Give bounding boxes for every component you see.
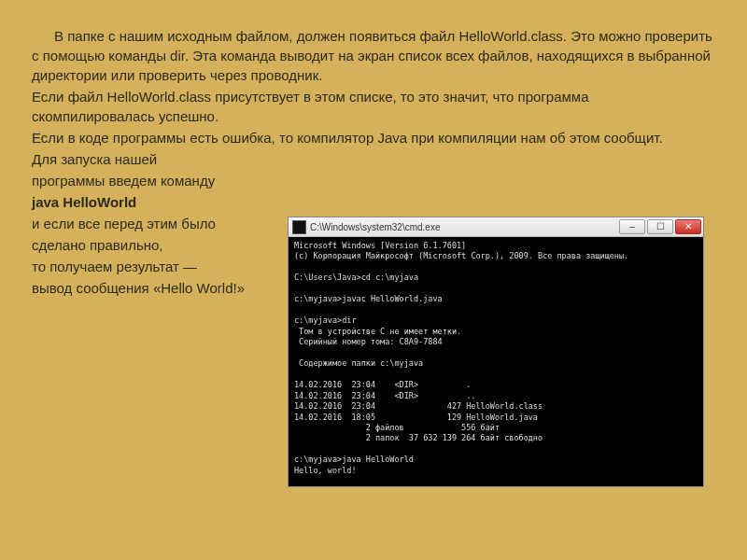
- p5d: вывод сообщения «Hello World!»: [32, 278, 284, 298]
- paragraph-2: Если файл HelloWorld.class присутствует …: [32, 87, 715, 126]
- cmd-title: C:\Windows\system32\cmd.exe: [310, 222, 617, 232]
- close-button[interactable]: ✕: [675, 219, 701, 234]
- minimize-button[interactable]: –: [619, 219, 645, 234]
- cmd-icon: [292, 220, 306, 234]
- paragraph-1: В папке с нашим исходным файлом, должен …: [32, 26, 715, 85]
- cmd-output: Microsoft Windows [Version 6.1.7601] (c)…: [294, 241, 628, 475]
- p5b: сделано правильно,: [32, 235, 284, 255]
- paragraph-3: Если в коде программы есть ошибка, то ко…: [32, 128, 715, 147]
- window-buttons: – ☐ ✕: [617, 219, 701, 234]
- cmd-body[interactable]: Microsoft Windows [Version 6.1.7601] (c)…: [289, 237, 703, 486]
- cmd-window: C:\Windows\system32\cmd.exe – ☐ ✕ Micros…: [288, 217, 704, 487]
- p5a: и если все перед этим было: [32, 214, 284, 233]
- maximize-button[interactable]: ☐: [647, 219, 673, 234]
- p4a: Для запуска нашей: [32, 149, 284, 169]
- p5c: то получаем результат —: [32, 257, 284, 276]
- cmd-titlebar: C:\Windows\system32\cmd.exe – ☐ ✕: [289, 217, 703, 237]
- java-command: java HelloWorld: [32, 192, 284, 212]
- p4b: программы введем команду: [32, 171, 284, 190]
- left-column: Для запуска нашей программы введем коман…: [32, 149, 284, 298]
